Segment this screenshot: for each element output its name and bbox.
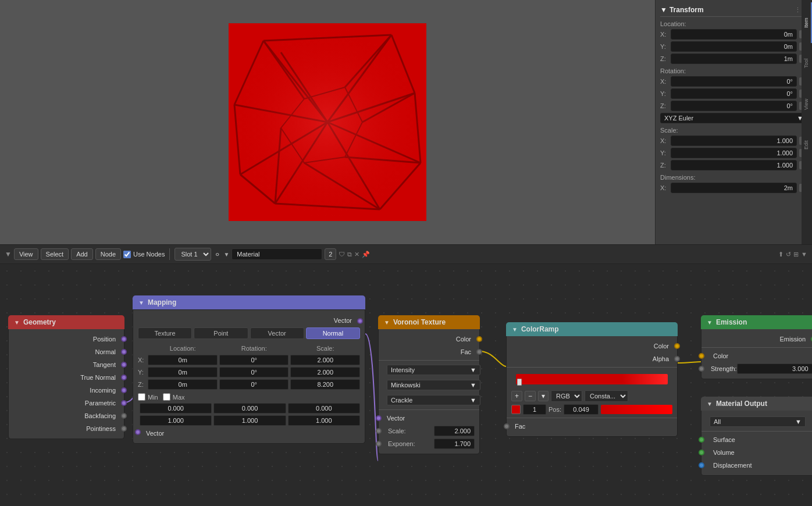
material-output-node-header[interactable]: ▼ Material Output	[701, 397, 812, 411]
voronoi-feature-select[interactable]: Intensity ▼	[387, 365, 480, 375]
use-nodes-toggle[interactable]: Use Nodes	[123, 251, 165, 258]
mapping-scale-z[interactable]	[290, 379, 360, 390]
mapping-tab-point[interactable]: Point	[194, 327, 248, 339]
voronoi-fac-socket[interactable]	[476, 349, 482, 355]
mapping-max-label[interactable]: Max	[163, 393, 185, 401]
colorramp-add-btn[interactable]: +	[511, 391, 522, 401]
colorramp-collapse-icon[interactable]: ▼	[512, 326, 518, 333]
nav-up-icon[interactable]: ⬆	[778, 251, 783, 258]
colorramp-stop-index[interactable]	[523, 404, 546, 415]
colorramp-fac-socket[interactable]	[504, 423, 510, 429]
material-sphere-dropdown[interactable]: ▼	[223, 251, 229, 258]
colorramp-color-bar[interactable]	[601, 405, 672, 414]
scale-z-input[interactable]	[671, 160, 797, 170]
voronoi-crackle-select[interactable]: Crackle ▼	[387, 395, 480, 405]
geometry-normal-socket[interactable]	[121, 349, 127, 355]
colorramp-pos-value[interactable]	[564, 404, 599, 415]
colorramp-stop-left[interactable]	[517, 379, 522, 386]
dimensions-x-input[interactable]	[671, 183, 797, 193]
emission-color-socket[interactable]	[699, 353, 704, 359]
rotation-y-input[interactable]	[671, 88, 797, 99]
node-canvas[interactable]: ▼ Geometry Position Normal Tangent True …	[0, 264, 812, 506]
emission-collapse-icon[interactable]: ▼	[707, 319, 713, 326]
mapping-scale-y[interactable]	[290, 367, 360, 377]
menu-node[interactable]: Node	[95, 248, 121, 260]
menu-add[interactable]: Add	[71, 248, 93, 260]
colorramp-color-socket[interactable]	[674, 343, 680, 349]
mapping-rot-y[interactable]	[219, 367, 289, 377]
voronoi-scale-socket[interactable]	[376, 428, 382, 434]
mapping-min-x[interactable]	[140, 403, 212, 414]
voronoi-scale-input[interactable]	[434, 426, 475, 436]
colorramp-mode-btn[interactable]: ▾	[538, 391, 549, 401]
voronoi-exponent-socket[interactable]	[376, 441, 382, 447]
mapping-tab-texture[interactable]: Texture	[138, 327, 192, 339]
slot-select[interactable]: Slot 1	[174, 248, 211, 261]
pin-icon[interactable]: 📌	[362, 251, 370, 258]
euler-mode-select[interactable]: XYZ Euler ▼	[660, 113, 807, 123]
colorramp-rgb-select[interactable]: RGB	[551, 390, 582, 402]
voronoi-collapse-icon[interactable]: ▼	[384, 319, 390, 326]
geometry-truenormal-socket[interactable]	[121, 375, 127, 380]
location-y-input[interactable]	[671, 41, 797, 52]
mapping-vector-in-socket[interactable]	[135, 429, 141, 435]
voronoi-color-socket[interactable]	[476, 336, 482, 342]
colorramp-gradient-bar[interactable]	[516, 374, 668, 384]
refresh-icon[interactable]: ↺	[786, 251, 791, 258]
rotation-x-input[interactable]	[671, 76, 797, 87]
colorramp-remove-btn[interactable]: −	[525, 391, 536, 401]
mapping-tab-normal[interactable]: Normal	[306, 327, 360, 339]
geometry-collapse-icon[interactable]: ▼	[14, 319, 20, 326]
tab-tool[interactable]: Tool	[802, 43, 812, 84]
mapping-max-z[interactable]	[288, 415, 360, 426]
emission-node-header[interactable]: ▼ Emission	[701, 315, 812, 329]
mapping-min-label[interactable]: Min	[138, 393, 158, 401]
scale-y-input[interactable]	[671, 148, 797, 158]
tab-item[interactable]: Item	[802, 2, 812, 43]
mapping-rot-z[interactable]	[219, 379, 289, 390]
collapse-arrow[interactable]: ▼	[660, 6, 667, 14]
voronoi-distance-select[interactable]: Minkowski ▼	[387, 380, 480, 390]
mapping-loc-x[interactable]	[148, 355, 218, 365]
scale-x-input[interactable]	[671, 136, 797, 146]
dropdown-icon[interactable]: ▼	[801, 251, 807, 258]
geometry-pointiness-socket[interactable]	[121, 426, 127, 432]
mapping-tab-vector[interactable]: Vector	[250, 327, 304, 339]
mapping-node-header[interactable]: ▼ Mapping	[133, 295, 365, 309]
geometry-tangent-socket[interactable]	[121, 362, 127, 368]
geometry-parametric-socket[interactable]	[121, 400, 127, 406]
mapping-collapse-icon[interactable]: ▼	[138, 300, 144, 306]
tab-view[interactable]: View	[802, 84, 812, 124]
location-z-input[interactable]	[671, 54, 797, 64]
mapping-max-checkbox[interactable]	[163, 393, 170, 401]
mapping-rot-x[interactable]	[219, 355, 289, 365]
mapping-scale-x[interactable]	[290, 355, 360, 365]
mapping-loc-y[interactable]	[148, 367, 218, 377]
voronoi-node-header[interactable]: ▼ Voronoi Texture	[378, 315, 480, 329]
mapping-max-y[interactable]	[213, 415, 286, 426]
voronoi-exponent-input[interactable]	[434, 439, 475, 449]
geometry-incoming-socket[interactable]	[121, 387, 127, 393]
material-output-surface-socket[interactable]	[699, 437, 704, 443]
material-output-collapse-icon[interactable]: ▼	[707, 401, 713, 407]
location-x-input[interactable]	[671, 29, 797, 40]
colorramp-swatch[interactable]	[511, 405, 521, 414]
mapping-min-y[interactable]	[213, 403, 286, 414]
emission-strength-input[interactable]	[737, 364, 812, 374]
menu-select[interactable]: Select	[41, 248, 69, 260]
use-nodes-checkbox[interactable]	[123, 251, 131, 258]
mapping-vector-out-socket[interactable]	[357, 318, 363, 324]
geometry-position-socket[interactable]	[121, 336, 127, 342]
mapping-max-x[interactable]	[140, 415, 212, 426]
voronoi-vector-socket[interactable]	[376, 415, 382, 421]
material-name-input[interactable]	[232, 248, 322, 260]
mapping-min-checkbox[interactable]	[138, 393, 145, 401]
colorramp-node-header[interactable]: ▼ ColorRamp	[506, 322, 678, 336]
mapping-min-z[interactable]	[288, 403, 360, 414]
rotation-z-input[interactable]	[671, 101, 797, 111]
material-output-volume-socket[interactable]	[699, 450, 704, 455]
geometry-node-header[interactable]: ▼ Geometry	[8, 315, 124, 329]
mapping-loc-z[interactable]	[148, 379, 218, 390]
material-output-mode-select[interactable]: All ▼	[710, 416, 806, 427]
menu-view[interactable]: View	[14, 248, 38, 260]
